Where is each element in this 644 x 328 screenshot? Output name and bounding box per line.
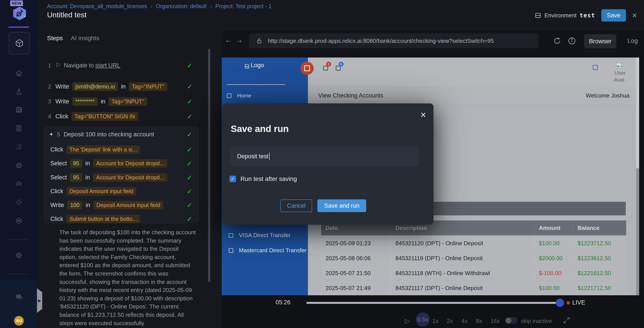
bank-nav-visa-transfer[interactable]: VISA Direct Transfer [229,232,291,239]
speed-16x[interactable]: 16x [490,318,500,325]
playback-thumb[interactable] [556,299,564,307]
substep-row-2[interactable]: Select 95 in Account for Deposit dropd..… [44,159,198,168]
integrations-hexagon-icon[interactable] [15,217,23,224]
substep-row-4[interactable]: Click Deposit Amount input field [44,186,198,196]
substep-locator-badge[interactable]: Account for Deposit dropd... [93,159,168,168]
slack-icon[interactable] [15,198,23,206]
speed-8x[interactable]: 8x [476,318,482,325]
step-action: Click [56,113,68,120]
substep-locator-badge[interactable]: Account for Deposit dropd... [93,173,168,182]
admin-gear-icon[interactable] [15,252,23,259]
close-icon[interactable]: × [632,11,637,19]
test-name-input[interactable]: Deposit test [231,147,418,166]
help-chat-icon[interactable]: ? [15,293,23,301]
substep-locator-badge[interactable]: Submit button at the botto... [66,215,140,223]
modal-close-icon[interactable]: × [420,110,426,119]
skip-inactive-toggle[interactable] [505,317,518,324]
notification-badge-red: 0 [326,62,331,66]
step-group-title: Deposit 100 into checking account [64,131,154,138]
substep-action: Click [50,188,63,195]
cell-description: 845321117 (DPT) - Online Deposit [391,281,534,295]
info-icon[interactable] [568,36,576,45]
rail-divider [8,274,29,274]
run-after-saving-checkbox[interactable]: ✓ [230,176,236,182]
panel-collapse-handle[interactable]: ▶ [37,288,42,313]
message-broken-image-icon[interactable] [336,66,340,70]
substep-value-badge[interactable]: 95 [70,159,82,168]
url-bar[interactable]: http://stage.dbank.prod-apps.relicx.ai:8… [249,33,538,48]
viewport-scrollbar-thumb[interactable] [636,168,639,295]
speed-4x[interactable]: 4x [462,318,468,325]
breadcrumb-project[interactable]: Project: Test project - 1 [215,3,272,9]
modal-title: Save and run [231,124,289,134]
substep-locator-badge[interactable]: Deposit Amount input field [93,201,163,209]
step-locator-badge[interactable]: Tag="BUTTON" SIGN IN [72,112,138,121]
flask-icon[interactable] [15,88,23,96]
tab-ai-insights[interactable]: AI insights [71,35,99,42]
checklist-icon[interactable] [15,143,23,151]
substep-row-1[interactable]: Click The 'Deposit' link with a si... [44,145,198,154]
viewport-scrollbar[interactable] [636,57,639,295]
speed-1x[interactable]: 1x [432,318,438,325]
bank-logo[interactable]: Logo [244,62,264,69]
columns-board-icon[interactable] [15,125,23,132]
steps-scrollbar[interactable] [208,49,210,282]
substep-row-6[interactable]: Click Submit button at the botto... [44,214,198,224]
notification-broken-image-icon[interactable] [323,66,328,70]
play-icon[interactable]: ▷ [405,317,410,325]
environment-selector[interactable]: Environment test [535,12,595,19]
agent-incognito-icon[interactable] [15,180,23,188]
substep-row-5[interactable]: Write 100 in Deposit Amount input field [44,200,198,210]
user-avatar-broken-image-icon[interactable] [616,62,623,69]
tab-browser[interactable]: Browser [584,34,616,48]
substep-value-badge[interactable]: 95 [70,173,82,182]
step-value-badge[interactable]: jsmith@demo.io [72,82,118,91]
environment-value: test [580,12,595,19]
step-row-4[interactable]: 4 Click Tag="BUTTON" SIGN IN [37,112,204,121]
table-row[interactable]: 2025-05-07 21:49 845321117 (DPT) - Onlin… [321,281,626,295]
substep-row-3[interactable]: Select 95 in Account for Deposit dropd..… [44,172,198,182]
bank-nav-mastercard-transfer[interactable]: Mastercard Direct Transfer [229,247,306,254]
toggle-broken-image-icon[interactable] [593,65,598,70]
playback-track[interactable] [306,302,556,304]
start-url-link[interactable]: start URL [95,62,120,69]
cancel-button[interactable]: Cancel [280,199,312,212]
step-locator-badge[interactable]: Tag="INPUT" [108,97,147,106]
grid-icon[interactable] [15,106,23,114]
step-locator-badge[interactable]: Tag="INPUT" [129,82,168,91]
expand-icon[interactable] [562,316,570,324]
table-row[interactable]: 2025-05-08 06:06 845321119 (DPT) - Onlin… [321,251,626,265]
step-row-3[interactable]: 3 Write ********* in Tag="INPUT" [37,97,204,106]
tab-log[interactable]: Log [628,37,638,44]
cell-description: 845321119 (DPT) - Online Deposit [391,251,534,265]
table-row[interactable]: 2025-05-07 21:50 845321118 (WTH) - Onlin… [321,266,626,280]
rail-item-test-builder[interactable] [9,32,30,54]
table-row[interactable]: 2025-05-09 01:23 845321120 (DPT) - Onlin… [321,236,626,250]
save-button[interactable]: Save [601,9,626,21]
settings-gear-icon[interactable] [15,162,23,169]
breadcrumb-account[interactable]: Account: Devspace_all_module_licenses [47,3,147,9]
speed-2x[interactable]: 2x [447,318,453,325]
home-icon[interactable] [15,70,23,77]
run-after-saving-label: Run test after saving [240,175,297,182]
substep-locator-badge[interactable]: Deposit Amount input field [66,187,136,196]
refresh-icon[interactable] [553,36,562,45]
save-and-run-button[interactable]: Save and run [318,199,366,212]
bank-nav-home[interactable]: Home [227,93,251,99]
substep-conjunction: in [85,174,90,181]
breadcrumb-organization[interactable]: Organization: default [156,3,206,9]
step-group-header[interactable]: ✦ 5 Deposit 100 into checking account [44,129,198,139]
step-row-1[interactable]: 1 ⚐ Navigate to start URL [37,61,204,70]
substep-locator-badge[interactable]: The 'Deposit' link with a si... [66,145,140,154]
tab-steps[interactable]: Steps [47,35,63,42]
success-check-icon [187,187,192,195]
substep-value-badge[interactable]: 100 [67,201,83,209]
forward-arrow-icon[interactable]: → [236,36,243,44]
user-avatar[interactable]: AU [14,316,24,326]
step-value-badge[interactable]: ********* [72,97,98,106]
sidebar-toggle-button[interactable] [300,62,314,75]
playback-bar: 05:26 LIVE ▷ 0.5x 1x 2x 4x 8x 16x skip i… [222,295,644,328]
speed-0.5x[interactable]: 0.5x [416,313,430,327]
step-row-2[interactable]: 2 Write jsmith@demo.io in Tag="INPUT" [37,82,204,91]
back-arrow-icon[interactable]: ← [225,36,232,44]
